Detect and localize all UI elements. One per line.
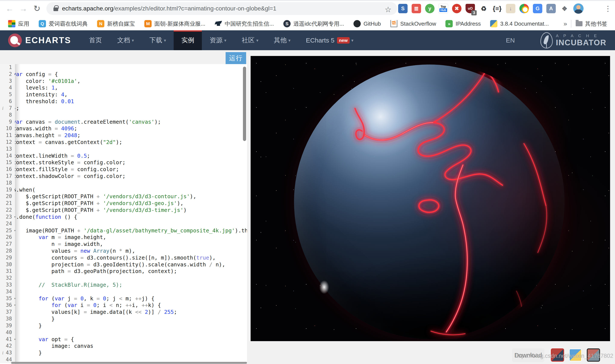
puzzle-extensions-icon[interactable]: ❖: [560, 4, 569, 13]
back-icon[interactable]: ←: [4, 3, 15, 14]
code-line[interactable]: };: [15, 105, 247, 112]
nav-item-ECharts 5[interactable]: ECharts 5new▾: [298, 30, 361, 50]
code-line[interactable]: // StackBlur.R(image, 5);: [15, 282, 247, 288]
bookmark-yanzhao[interactable]: 中国研究生招生信...: [215, 20, 274, 27]
line-number[interactable]: 25▾: [0, 227, 15, 234]
line-number[interactable]: 9: [0, 118, 15, 125]
line-number[interactable]: 32: [0, 275, 15, 282]
language-switch[interactable]: EN: [506, 37, 515, 44]
code-line[interactable]: image: canvas: [15, 343, 247, 350]
code-line[interactable]: $.getScript(ROOT_PATH + '/vendors/d3/d3-…: [15, 193, 247, 200]
line-number[interactable]: 11: [0, 132, 15, 139]
line-number[interactable]: 26: [0, 234, 15, 241]
profile-avatar[interactable]: [573, 3, 584, 14]
line-number[interactable]: 13: [0, 146, 15, 153]
code-line[interactable]: path = d3.geoPath(projection, context);: [15, 268, 247, 275]
line-number[interactable]: 31: [0, 268, 15, 275]
forward-icon[interactable]: →: [17, 3, 29, 14]
line-number[interactable]: 3: [0, 78, 15, 85]
code-line[interactable]: for (var j = 0, k = 0; j < m; ++j) {: [15, 295, 247, 302]
braces-json-icon[interactable]: {≡}: [492, 4, 502, 13]
line-number[interactable]: 10: [0, 125, 15, 132]
code-line[interactable]: [15, 221, 247, 227]
code-line[interactable]: [15, 180, 247, 186]
code-line[interactable]: var config = {: [15, 71, 247, 78]
code-line[interactable]: var canvas = document.createElement('can…: [15, 118, 247, 125]
notes-list-icon[interactable]: ≣: [412, 4, 421, 13]
line-number[interactable]: 37: [0, 309, 15, 315]
line-number[interactable]: 35▾: [0, 295, 15, 302]
line-number[interactable]: 4: [0, 84, 15, 91]
line-number[interactable]: 5: [0, 91, 15, 98]
line-number[interactable]: 36▾: [0, 302, 15, 309]
line-number[interactable]: 1: [0, 64, 15, 71]
line-number[interactable]: 12: [0, 139, 15, 146]
code-line[interactable]: [15, 64, 247, 71]
adblock-hand-icon[interactable]: ✖: [452, 4, 462, 13]
ublock-shield-icon[interactable]: uO3: [465, 4, 475, 13]
line-number[interactable]: 2▾: [0, 71, 15, 78]
browser-menu-icon[interactable]: ⋮: [602, 3, 614, 14]
nav-item-文档[interactable]: 文档▾: [109, 30, 142, 50]
code-line[interactable]: threshold: 0.01: [15, 98, 247, 105]
code-line[interactable]: }: [15, 315, 247, 322]
bookmark-iciba[interactable]: Q爱词霸在线词典: [39, 20, 88, 27]
line-number[interactable]: 33: [0, 282, 15, 288]
code-line[interactable]: var opt = {: [15, 336, 247, 343]
line-number[interactable]: 40: [0, 329, 15, 336]
line-number[interactable]: 8: [0, 112, 15, 118]
other-bookmarks[interactable]: 其他书签: [585, 20, 607, 27]
line-number[interactable]: 16: [0, 166, 15, 173]
line-number[interactable]: 43i: [0, 350, 15, 356]
line-number[interactable]: 30: [0, 261, 15, 268]
nav-item-资源[interactable]: 资源▾: [202, 30, 234, 50]
code-line[interactable]: [15, 288, 247, 295]
recycle-icon[interactable]: ♻: [479, 4, 488, 13]
code-line[interactable]: contours = d3.contours().size([n, m]).sm…: [15, 254, 247, 261]
code-line[interactable]: projection = d3.geoIdentity().scale(canv…: [15, 261, 247, 268]
line-number[interactable]: 6: [0, 98, 15, 105]
code-line[interactable]: context.fillStyle = config.color;: [15, 166, 247, 173]
code-line[interactable]: context.shadowColor = config.color;: [15, 173, 247, 180]
code-line[interactable]: values = new Array(n * m),: [15, 247, 247, 254]
line-number[interactable]: 28: [0, 247, 15, 254]
line-number[interactable]: 42: [0, 343, 15, 350]
bookmark-python-docs[interactable]: 3.8.4 Documentat...: [490, 20, 549, 27]
apache-incubator-logo[interactable]: A P A C H E INCUBATOR: [540, 32, 606, 49]
run-button[interactable]: 运行: [226, 52, 246, 64]
line-number[interactable]: 29: [0, 254, 15, 261]
line-number[interactable]: 21: [0, 200, 15, 207]
line-number[interactable]: 24: [0, 221, 15, 227]
globe-preview[interactable]: [251, 56, 610, 341]
dictionary-book-icon[interactable]: A: [546, 4, 556, 13]
line-number[interactable]: 15: [0, 159, 15, 166]
code-line[interactable]: [15, 112, 247, 118]
bookmark-github[interactable]: GitHub: [354, 20, 381, 27]
bookmark-mianchao[interactable]: M面朝-新媒体商业服...: [144, 20, 205, 27]
line-number[interactable]: 38: [0, 315, 15, 322]
line-number[interactable]: 19▾: [0, 186, 15, 193]
bookmark-newrank[interactable]: N新榜自媒宝: [97, 20, 135, 27]
y-translate-icon[interactable]: y: [425, 4, 435, 13]
code-line[interactable]: ).done(function () {: [15, 214, 247, 221]
nav-item-社区[interactable]: 社区▾: [234, 30, 266, 50]
code-line[interactable]: }: [15, 350, 247, 356]
code-line[interactable]: color: '#c0101a',: [15, 78, 247, 85]
echarts-logo[interactable]: ECHARTS: [8, 34, 71, 47]
line-number[interactable]: 23▾: [0, 214, 15, 221]
stylus-icon[interactable]: S: [398, 4, 408, 13]
code-editor[interactable]: 12▾var config = {3 color: '#c0101a',4 le…: [0, 64, 247, 364]
line-number[interactable]: 20: [0, 193, 15, 200]
code-line[interactable]: canvas.height = 2048;: [15, 132, 247, 139]
line-number[interactable]: 27: [0, 241, 15, 247]
code-line[interactable]: [15, 329, 247, 336]
code-line[interactable]: n = image.width,: [15, 241, 247, 247]
line-number[interactable]: 7i: [0, 105, 15, 112]
line-number[interactable]: 18: [0, 180, 15, 186]
line-number[interactable]: 17: [0, 173, 15, 180]
code-line[interactable]: [15, 275, 247, 282]
code-line[interactable]: image(ROOT_PATH + '/data-gl/asset/bathym…: [15, 227, 247, 234]
code-line[interactable]: intensity: 4,: [15, 91, 247, 98]
code-line[interactable]: values[k] = image.data[(k << 2)] / 255;: [15, 309, 247, 315]
line-number[interactable]: 41▾: [0, 336, 15, 343]
